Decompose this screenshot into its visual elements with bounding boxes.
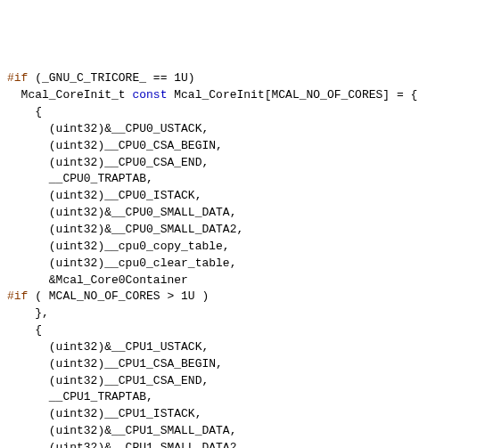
code-line: __CPU1_TRAPTAB,	[7, 389, 486, 406]
code-line: #if ( MCAL_NO_OF_CORES > 1U )	[7, 289, 486, 305]
code-line: Mcal_CoreInit_t const Mcal_CoreInit[MCAL…	[7, 87, 486, 104]
code-line: (uint32)__CPU1_CSA_END,	[7, 373, 486, 390]
code-line: (uint32)__CPU0_ISTACK,	[7, 188, 486, 205]
code-block: #if (_GNU_C_TRICORE_ == 1U) Mcal_CoreIni…	[7, 70, 486, 448]
declaration-rest: Mcal_CoreInit[MCAL_NO_OF_CORES] = {	[167, 88, 417, 102]
code-line: (uint32)__cpu0_clear_table,	[7, 256, 486, 273]
const-keyword: const	[132, 88, 167, 102]
code-line: },	[7, 305, 486, 322]
code-line: (uint32)__CPU0_CSA_BEGIN,	[7, 138, 486, 155]
code-line: (uint32)__CPU0_CSA_END,	[7, 155, 486, 172]
code-line: (uint32)__CPU1_CSA_BEGIN,	[7, 356, 486, 373]
code-line: {	[7, 322, 486, 339]
indent	[7, 88, 21, 102]
code-line: (uint32)&__CPU1_SMALL_DATA,	[7, 423, 486, 440]
code-line: (uint32)&__CPU1_SMALL_DATA2,	[7, 440, 486, 448]
code-line: &Mcal_Core0Container	[7, 273, 486, 289]
code-line: (uint32)__cpu0_copy_table,	[7, 239, 486, 256]
type-name: Mcal_CoreInit_t	[21, 88, 126, 102]
code-line: #if (_GNU_C_TRICORE_ == 1U)	[7, 70, 486, 87]
code-line: (uint32)&__CPU0_SMALL_DATA2,	[7, 222, 486, 239]
preprocessor-directive: #if	[7, 71, 28, 85]
code-line: (uint32)&__CPU0_SMALL_DATA,	[7, 205, 486, 222]
code-line: (uint32)&__CPU1_USTACK,	[7, 339, 486, 356]
code-line: {	[7, 104, 486, 121]
preprocessor-directive: #if	[7, 289, 28, 303]
preprocessor-condition: (_GNU_C_TRICORE_ == 1U)	[28, 71, 194, 85]
preprocessor-condition: ( MCAL_NO_OF_CORES > 1U )	[28, 289, 209, 303]
code-line: (uint32)&__CPU0_USTACK,	[7, 121, 486, 138]
code-line: (uint32)__CPU1_ISTACK,	[7, 406, 486, 423]
code-line: __CPU0_TRAPTAB,	[7, 171, 486, 188]
